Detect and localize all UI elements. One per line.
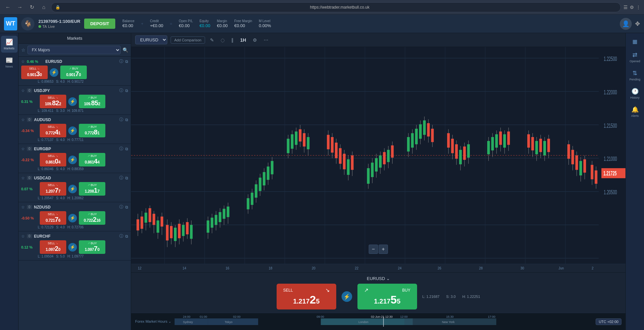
right-panel-pending[interactable]: ⇅ Pending [627,67,643,84]
chart-eurusd[interactable]: ⧉ [125,59,128,64]
chart-eurchf[interactable]: ⧉ [125,234,128,239]
market-item-header-audusd: ☆ 0 AUDUSD ⓘ ⧉ [21,117,128,122]
indicator-button[interactable]: ◌ [219,36,226,44]
zoom-out-button[interactable]: − [369,245,378,254]
chart-usdjpy[interactable]: ⧉ [125,88,128,93]
lightning-eurusd[interactable]: ⚡ [50,68,58,77]
add-comparison-button[interactable]: Add Comparison [171,36,205,44]
star-eurgbp[interactable]: ☆ [21,147,25,151]
sell-button-audusd[interactable]: SELL ↘ 0.77241 [40,124,66,137]
svg-rect-176 [595,170,597,184]
account-info: 21397095-1:100/EUR TA Live [38,19,80,28]
sell-button-eurgbp[interactable]: SELL ↘ 0.86104 [40,153,66,166]
deposit-button[interactable]: DEPOSIT [84,19,115,29]
time-label-26: 26 [438,266,441,270]
right-panel-alerts[interactable]: 🔔 Alerts [627,103,643,120]
chart-audusd[interactable]: ⧉ [125,118,128,122]
info-audusd[interactable]: ⓘ [119,117,123,122]
chart-nzdusd[interactable]: ⧉ [125,205,128,210]
lightning-usdjpy[interactable]: ⚡ [68,97,77,106]
svg-rect-46 [190,225,192,239]
lightning-usdcad[interactable]: ⚡ [68,185,77,193]
symbol-select[interactable]: EURUSD [135,35,167,44]
utc-badge[interactable]: UTC +02:00 [596,318,621,325]
user-avatar[interactable]: 👤 [620,18,632,30]
wt-logo[interactable]: WT [4,17,17,30]
forward-button[interactable]: → [15,3,25,12]
buy-button-usdjpy[interactable]: ↗ BUY 109.852 [79,95,105,108]
chart-canvas[interactable]: 1.22500 1.22000 1.21500 1.21000 1.20500 … [131,47,625,264]
spread-eurgbp: S: 4.0 [56,167,65,171]
menu-button[interactable]: ⋮ [636,5,641,10]
bar-type-button[interactable]: ∥ [230,36,235,44]
info-eurusd[interactable]: ⓘ [119,59,123,64]
free-margin-value: €0.00 [234,23,252,28]
info-eurgbp[interactable]: ⓘ [119,146,123,152]
star-usdcad[interactable]: ☆ [21,176,25,180]
lightning-eurchf[interactable]: ⚡ [68,243,77,252]
lsh-usdcad: L: 1.20547 S: 4.0 H: 1.20862 [21,196,128,200]
balance-label: Balance [123,19,134,23]
sidebar-item-markets[interactable]: 📈 Markets [1,36,18,53]
open-pl-value: €0.00 [179,23,193,28]
market-item-header-nzdusd: ☆ 0 NZDUSD ⓘ ⧉ [21,204,128,210]
prices-usdjpy: 0.31 % SELL ↘ 109.822 ⚡ ↗ BUY 109.852 [21,95,128,108]
buy-button-audusd[interactable]: ↗ BUY 0.77281 [79,124,105,137]
right-panel-grid[interactable]: ▦ [627,36,643,47]
refresh-button[interactable]: ↻ [27,3,36,12]
buy-button-eurgbp[interactable]: ↗ BUY 0.86144 [79,153,105,166]
star-usdjpy[interactable]: ☆ [21,88,25,93]
chart-eurgbp[interactable]: ⧉ [125,147,128,151]
extensions-button[interactable]: ⚙ [630,5,634,10]
svg-rect-170 [579,161,582,175]
more-button[interactable]: ⋯ [262,36,270,44]
buy-button-eurchf[interactable]: ↗ BUY 1.09770 [79,240,105,254]
chart-usdcad[interactable]: ⧉ [125,176,128,180]
buy-button-eurusd[interactable]: ↗ BUY 0.90170 [60,66,87,79]
expand-button[interactable]: ✥ [635,20,640,27]
lightning-nzdusd[interactable]: ⚡ [68,214,77,222]
info-eurchf[interactable]: ⓘ [119,233,123,239]
lightning-eurgbp[interactable]: ⚡ [68,156,77,164]
home-button[interactable]: ⌂ [39,3,48,12]
lightning-audusd[interactable]: ⚡ [68,126,77,135]
star-eurchf[interactable]: ☆ [21,234,25,239]
star-nzdusd[interactable]: ☆ [21,205,25,210]
svg-rect-148 [503,134,506,148]
star-eurusd[interactable]: ☆ [21,59,25,64]
timeframe-button[interactable]: 1H [239,36,248,44]
back-button[interactable]: ← [3,3,13,12]
bookmarks-button[interactable]: ☰ [623,5,628,10]
sell-button-eurchf[interactable]: SELL ↘ 1.09720 [40,240,66,254]
favorite-filter-button[interactable]: ☆ [21,47,26,53]
sell-button-nzdusd[interactable]: SELL ↘ 0.72176 [40,211,66,225]
sidebar-item-news[interactable]: 📰 News [1,54,18,71]
info-nzdusd[interactable]: ⓘ [119,204,123,210]
market-hours-label[interactable]: Forex Market Hours ⌄ [135,319,171,324]
info-usdcad[interactable]: ⓘ [119,175,123,181]
draw-tool-button[interactable]: ✎ [208,36,216,44]
zoom-in-button[interactable]: + [379,245,388,254]
sell-button-usdjpy[interactable]: SELL ↘ 109.822 [40,95,66,108]
trade-buy-price: 1.21755 [364,293,410,306]
right-panel-history[interactable]: 🕐 History [627,85,643,102]
buy-text: BUY [402,288,410,293]
sell-button-eurusd[interactable]: SELL ↘ 0.90130 [21,66,48,79]
star-audusd[interactable]: ☆ [21,118,25,122]
info-usdjpy[interactable]: ⓘ [119,88,123,93]
svg-rect-118 [415,129,418,144]
trade-buy-button[interactable]: ↗ BUY 1.21755 [357,284,417,309]
trade-sell-button[interactable]: SELL ↘ 1.21725 [277,284,336,309]
search-button[interactable]: 🔍 [123,47,128,53]
trade-panel-header[interactable]: EURUSD ⌄ [134,276,622,281]
right-panel-opened[interactable]: ⇄ Opened [627,49,643,66]
sell-button-usdcad[interactable]: SELL ↘ 1.20777 [40,182,66,196]
trade-lightning-button[interactable]: ⚡ [342,291,352,302]
svg-rect-144 [495,134,498,148]
settings-button[interactable]: ⚙ [251,36,259,44]
m-level-label: M Level [259,19,271,23]
fx-filter-select[interactable]: FX Majors [27,46,121,54]
buy-button-usdcad[interactable]: ↗ BUY 1.20817 [79,182,105,196]
spread-usdcad: S: 4.0 [56,196,65,200]
buy-button-nzdusd[interactable]: ↗ BUY 0.722216 [79,211,105,225]
